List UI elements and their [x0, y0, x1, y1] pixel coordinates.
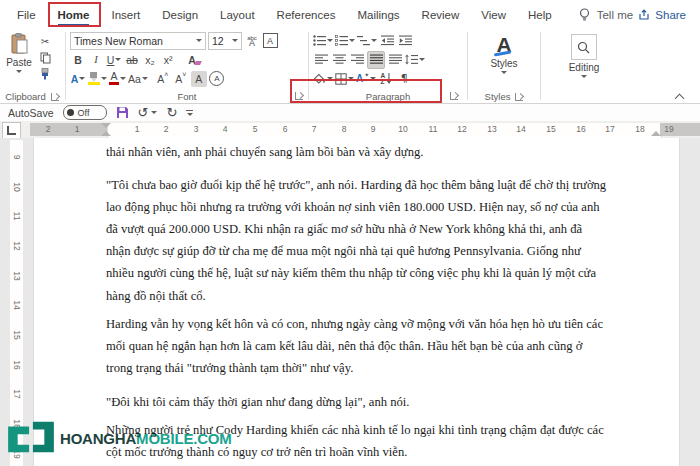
- paste-button[interactable]: Paste: [3, 31, 35, 80]
- ribbon-tab[interactable]: Mailings: [346, 0, 410, 29]
- redo-icon: ↻: [166, 105, 177, 120]
- styles-group-label: Styles: [485, 91, 511, 102]
- shading-chevron-icon: [327, 77, 333, 80]
- ruler-number: 8: [342, 124, 347, 134]
- strikethrough-button[interactable]: ab: [124, 52, 140, 68]
- align-right-icon: [351, 54, 364, 65]
- asian-layout-button[interactable]: A ✦: [356, 71, 376, 87]
- line-spacing-button[interactable]: [405, 52, 425, 68]
- increase-indent-button[interactable]: [397, 33, 413, 49]
- sort-arrow-icon: [386, 73, 392, 84]
- numbering-button[interactable]: [335, 33, 355, 49]
- ruler-number: 15: [546, 124, 555, 134]
- ruler-number: 4: [223, 124, 228, 134]
- ribbon-tab[interactable]: View: [470, 0, 517, 29]
- styles-button[interactable]: A Styles: [490, 31, 517, 74]
- align-left-button[interactable]: [313, 52, 329, 68]
- ribbon: Paste ✂: [0, 29, 700, 104]
- italic-button[interactable]: I: [88, 52, 104, 68]
- shrink-font-button[interactable]: A˅: [173, 71, 189, 87]
- ribbon-tab[interactable]: Layout: [209, 0, 266, 29]
- superscript-button[interactable]: x²: [160, 52, 176, 68]
- shading-button[interactable]: [313, 71, 333, 87]
- bullets-chevron-icon: [327, 39, 333, 42]
- ribbon-tab[interactable]: File: [6, 0, 47, 29]
- ribbon-tab[interactable]: Insert: [100, 0, 151, 29]
- distribute-button[interactable]: [387, 52, 403, 68]
- grow-font-button[interactable]: A˄: [155, 71, 171, 87]
- bold-icon: B: [74, 54, 82, 66]
- right-indent-marker[interactable]: [651, 131, 661, 136]
- ruler-number: 5: [253, 124, 258, 134]
- tell-me-box[interactable]: Tell me: [579, 0, 633, 29]
- clear-formatting-button[interactable]: A: [184, 52, 200, 68]
- ribbon-tab[interactable]: Review: [411, 0, 471, 29]
- font-name-combo[interactable]: Times New Roman: [70, 32, 206, 50]
- subscript-button[interactable]: x₂: [142, 52, 158, 68]
- sort-button[interactable]: AZ: [378, 71, 394, 87]
- save-button[interactable]: [116, 106, 129, 119]
- autosave-state: Off: [78, 108, 90, 118]
- collapse-ribbon-icon[interactable]: [675, 93, 684, 99]
- styles-dialog-launcher[interactable]: [515, 93, 523, 101]
- font-group-label: Font: [177, 91, 196, 102]
- toggle-knob: [67, 109, 74, 116]
- enclose-characters-button[interactable]: A: [209, 71, 225, 87]
- font-dialog-launcher[interactable]: [295, 92, 303, 100]
- align-center-button[interactable]: [331, 52, 347, 68]
- document-page[interactable]: thải nhân viên, anh phải chuyển sang làm…: [33, 138, 680, 466]
- styles-icon: A: [496, 34, 511, 56]
- clipboard-dialog-launcher[interactable]: [51, 93, 59, 101]
- share-button[interactable]: Share: [629, 3, 695, 26]
- borders-button[interactable]: [335, 71, 354, 87]
- bold-button[interactable]: B: [70, 52, 86, 68]
- customize-qat-button[interactable]: [186, 110, 193, 116]
- underline-button[interactable]: U: [106, 52, 122, 68]
- ribbon-tab[interactable]: References: [266, 0, 347, 29]
- decrease-indent-icon: [381, 35, 394, 46]
- character-shading-button[interactable]: A: [191, 71, 207, 87]
- bullets-button[interactable]: [313, 33, 333, 49]
- increase-indent-icon: [399, 35, 412, 46]
- align-right-button[interactable]: [349, 52, 365, 68]
- hoangha-logo-icon: [6, 418, 56, 458]
- ribbon-tab[interactable]: Home: [47, 0, 101, 29]
- show-hide-marks-button[interactable]: ¶: [396, 71, 412, 87]
- text-highlight-button[interactable]: [88, 71, 107, 87]
- ribbon-tab[interactable]: Help: [517, 0, 563, 29]
- text-effects-button[interactable]: A: [70, 71, 86, 87]
- document-line: nhiều người cùng thế hệ, luật sư này kiế…: [106, 262, 661, 284]
- ruler-number: 17: [605, 124, 614, 134]
- character-border-button[interactable]: A: [262, 33, 278, 49]
- copy-button[interactable]: [37, 51, 53, 64]
- editing-button[interactable]: Editing: [569, 31, 600, 78]
- paste-chevron-icon: [16, 70, 22, 73]
- tab-selector[interactable]: [2, 122, 21, 139]
- decrease-indent-button[interactable]: [379, 33, 395, 49]
- quick-access-toolbar: AutoSave Off ↺ ↻: [0, 104, 700, 121]
- undo-button[interactable]: ↺: [138, 106, 158, 119]
- hanging-indent-marker[interactable]: [101, 131, 111, 136]
- redo-button[interactable]: ↻: [166, 106, 177, 119]
- line-spacing-icon: [405, 54, 418, 65]
- first-line-indent-marker[interactable]: [101, 123, 111, 128]
- document-line: "Đôi khi tôi cảm thấy thời gian như đang…: [106, 391, 661, 413]
- format-painter-button[interactable]: [37, 67, 53, 80]
- font-size-combo[interactable]: 12: [208, 32, 242, 50]
- justify-button[interactable]: [367, 51, 385, 69]
- distribute-icon: [389, 54, 402, 65]
- multilevel-list-icon: [357, 35, 370, 46]
- ruler-number: 2: [164, 124, 169, 134]
- paragraph-dialog-launcher[interactable]: [450, 92, 458, 100]
- document-line: Những người trẻ như Cody Harding khiến c…: [106, 419, 661, 441]
- multilevel-list-button[interactable]: [357, 33, 377, 49]
- ribbon-tab[interactable]: Design: [151, 0, 209, 29]
- ruler-number: 11: [12, 210, 22, 223]
- font-color-button[interactable]: A: [109, 71, 126, 87]
- autosave-toggle[interactable]: Off: [63, 105, 107, 120]
- cut-button[interactable]: ✂: [37, 35, 53, 48]
- change-case-button[interactable]: Aa: [128, 71, 148, 87]
- ribbon-tab-bar: FileHomeInsertDesignLayoutReferencesMail…: [0, 0, 700, 29]
- ruler-number: 16: [12, 359, 22, 372]
- phonetic-guide-button[interactable]: abc A: [244, 33, 260, 49]
